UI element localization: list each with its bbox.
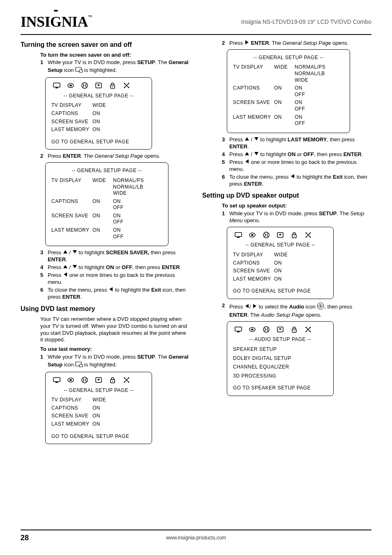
down-arrow-icon [254, 136, 259, 143]
step-3: 3Press / to highlight SCREEN SAVER, then… [40, 249, 190, 263]
video-icon [95, 376, 102, 386]
dolby-icon [263, 231, 270, 241]
page-number: 28 [21, 533, 29, 543]
step-1: 1 While your TV is in DVD mode, press SE… [40, 59, 190, 75]
lock-icon [291, 326, 298, 335]
step-5: 5Press one or more times to go back to t… [40, 272, 190, 286]
osd-general-setup-5: -- GENERAL SETUP PAGE -- TV DISPLAYWIDE … [227, 227, 334, 299]
header-rule [21, 34, 371, 35]
up-arrow-icon [63, 249, 68, 256]
heading-screen-saver: Turning the screen saver on and off [21, 41, 190, 49]
down-arrow-icon [72, 249, 77, 256]
video-icon [95, 82, 102, 91]
general-setup-icon [75, 66, 83, 75]
audio-icon [317, 302, 324, 312]
speaker-icon [67, 82, 74, 91]
general-setup-icon [75, 361, 83, 369]
up-arrow-icon [63, 264, 68, 271]
exit-icon [304, 326, 312, 335]
exit-icon [123, 376, 130, 386]
footer-rule [21, 530, 371, 530]
r-step-3: 3Press / to highlight LAST MEMORY, then … [222, 136, 371, 150]
brand-logo: INSIGNIA™ [21, 12, 92, 32]
dolby-icon [263, 326, 270, 335]
osd-general-setup-4: -- GENERAL SETUP PAGE -- TV DISPLAYWIDEN… [227, 49, 350, 133]
step-2: 2 Press ENTER. The General Setup Page op… [40, 153, 190, 160]
r-step-2: 2Press ENTER. The General Setup Page ope… [222, 40, 371, 47]
tv-icon [53, 376, 60, 386]
r-step-6: 6To close the menu, press to highlight t… [222, 174, 371, 188]
lock-icon [109, 376, 116, 386]
down-arrow-icon [254, 151, 259, 158]
left-arrow-icon [108, 287, 113, 294]
left-arrow-icon [244, 159, 249, 166]
left-arrow-icon [244, 304, 249, 311]
dolby-icon [81, 376, 88, 386]
tv-icon [53, 82, 60, 91]
osd-general-setup-3: -- GENERAL SETUP PAGE -- TV DISPLAYWIDE … [45, 372, 152, 444]
sp-step-1: 1While your TV is in DVD mode, press SET… [222, 210, 371, 224]
intro-last-memory: Your TV can remember where a DVD stopped… [40, 316, 190, 344]
right-arrow-icon [244, 40, 249, 47]
left-arrow-icon [63, 272, 68, 279]
lock-icon [109, 82, 116, 91]
sp-step-2: 2Press / to select the Audio icon , then… [222, 302, 371, 319]
up-arrow-icon [244, 151, 249, 158]
speaker-icon [67, 376, 74, 386]
r-step-4: 4Press / to highlight ON or OFF, then pr… [222, 151, 371, 158]
osd-footer: GO TO GENERAL SETUP PAGE [51, 139, 146, 145]
video-icon [277, 231, 284, 241]
right-arrow-icon [252, 304, 257, 311]
exit-icon [304, 231, 312, 241]
tv-icon [235, 231, 242, 241]
video-icon [277, 326, 284, 335]
footer-url: www.insignia-products.com [166, 535, 226, 541]
header-device: Insignia NS-LTDVD19-09 19" LCD TV/DVD Co… [241, 18, 371, 25]
step-6: 6To close the menu, press to highlight t… [40, 287, 190, 301]
speaker-icon [249, 326, 256, 335]
lm-step-1: 1While your TV is in DVD mode, press SET… [40, 354, 190, 369]
osd-title: -- GENERAL SETUP PAGE -- [51, 93, 146, 99]
exit-icon [123, 82, 130, 91]
up-arrow-icon [244, 136, 249, 143]
down-arrow-icon [72, 264, 77, 271]
lock-icon [291, 231, 298, 241]
speaker-icon [249, 231, 256, 241]
heading-speaker-output: Setting up DVD speaker output [202, 191, 371, 200]
osd-general-setup-1: -- GENERAL SETUP PAGE -- TV DISPLAYWIDE … [45, 77, 152, 150]
subhead-screen-saver: To turn the screen saver on and off: [40, 52, 190, 59]
subhead-last-memory: To use last memory: [40, 346, 190, 353]
r-step-5: 5Press one or more times to go back to t… [222, 159, 371, 173]
step-4: 4Press / to highlight ON or OFF, then pr… [40, 264, 190, 271]
tv-icon [235, 326, 242, 335]
left-arrow-icon [290, 174, 295, 181]
osd-general-setup-2: -- GENERAL SETUP PAGE -- TV DISPLAYWIDEN… [45, 162, 168, 246]
subhead-speaker: To set up speaker output: [222, 203, 371, 210]
osd-audio-setup: -- AUDIO SETUP PAGE -- SPEAKER SETUP DOL… [227, 321, 334, 396]
dolby-icon [81, 82, 88, 91]
heading-last-memory: Using DVD last memory [21, 305, 190, 313]
